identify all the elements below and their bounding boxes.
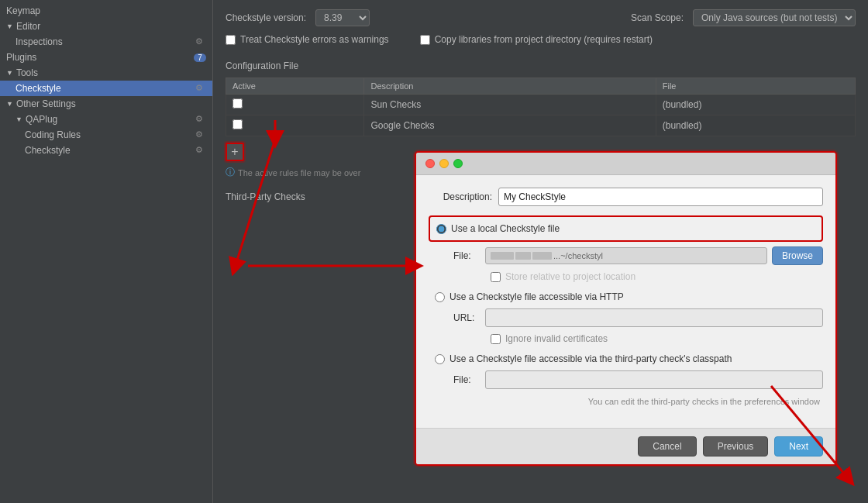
next-button[interactable]: Next: [774, 436, 823, 456]
info-icon: ⓘ: [226, 166, 235, 179]
version-scope-row: Checkstyle version: 8.39 Scan Scope: Onl…: [226, 9, 856, 26]
third-party-file-row: File:: [429, 370, 823, 389]
treat-errors-label: Treat Checkstyle errors as warnings: [240, 34, 389, 45]
url-label: URL:: [453, 312, 480, 323]
store-relative-label: Store relative to project location: [505, 271, 636, 282]
path-segment-3: [532, 252, 552, 260]
sidebar-item-editor[interactable]: ▼ Editor: [0, 19, 212, 34]
ignore-certs-row: Ignore invalid certificates: [429, 333, 823, 344]
table-row: Sun Checks (bundled): [226, 95, 856, 115]
local-file-radio[interactable]: [436, 224, 446, 234]
treat-errors-row: Treat Checkstyle errors as warnings: [226, 34, 389, 45]
scan-scope-select[interactable]: Only Java sources (but not tests): [693, 9, 856, 26]
plus-icon: +: [231, 145, 238, 159]
sidebar-item-checkstyle2[interactable]: Checkstyle ⚙: [0, 143, 212, 158]
http-label: Use a Checkstyle file accessible via HTT…: [450, 291, 624, 302]
version-select[interactable]: 8.39: [315, 9, 370, 26]
triangle-icon-qaplug: ▼: [16, 115, 22, 123]
close-button[interactable]: [425, 159, 435, 168]
path-segment-1: [491, 252, 514, 260]
file-path-row: File: ...~/checkstyl Browse: [429, 246, 823, 265]
table-row: Google Checks (bundled): [226, 115, 856, 136]
qaplug-gear-icon: ⚙: [195, 114, 206, 125]
ignore-certs-checkbox[interactable]: [491, 334, 501, 344]
main-settings-panel: Checkstyle version: 8.39 Scan Scope: Onl…: [213, 0, 868, 503]
triangle-icon-tools: ▼: [6, 69, 13, 77]
third-party-label: Use a Checkstyle file accessible via the…: [450, 353, 732, 364]
description-row: Description:: [429, 188, 823, 206]
checkstyle-gear-icon: ⚙: [195, 83, 206, 94]
sidebar-item-tools[interactable]: ▼ Tools: [0, 65, 212, 81]
local-file-label: Use a local Checkstyle file: [451, 223, 560, 234]
file-label: File:: [453, 250, 480, 261]
sidebar-item-checkstyle[interactable]: Checkstyle ⚙: [0, 81, 212, 96]
version-label: Checkstyle version:: [226, 12, 306, 23]
scan-scope-label: Scan Scope:: [631, 12, 684, 23]
plugins-badge: 7: [194, 53, 206, 62]
description-label: Description:: [429, 191, 498, 202]
path-segment-2: [515, 252, 531, 260]
third-party-radio[interactable]: [435, 354, 445, 364]
triangle-icon-other: ▼: [6, 100, 13, 108]
copy-libraries-row: Copy libraries from project directory (r…: [420, 34, 653, 45]
cancel-button[interactable]: Cancel: [638, 436, 696, 456]
row1-active-checkbox[interactable]: [232, 98, 243, 109]
row1-description: Sun Checks: [370, 99, 421, 110]
http-radio[interactable]: [435, 292, 445, 302]
copy-libraries-label: Copy libraries from project directory (r…: [435, 34, 653, 45]
col-description: Description: [364, 78, 656, 95]
third-party-file-label: File:: [453, 374, 480, 385]
store-relative-row: Store relative to project location: [429, 271, 823, 282]
sidebar-item-inspections[interactable]: Inspections ⚙: [0, 34, 212, 50]
minimize-button[interactable]: [439, 159, 449, 168]
config-table: Active Description File Sun Checks (bund…: [226, 78, 856, 136]
settings-sidebar: Keymap ▼ Editor Inspections ⚙ Plugins 7 …: [0, 0, 213, 503]
modal-footer: Cancel Previous Next: [416, 428, 835, 464]
modal-info-text: You can edit the third-party checks in t…: [429, 397, 823, 406]
treat-errors-checkbox[interactable]: [226, 35, 236, 45]
description-input[interactable]: [498, 188, 823, 206]
row2-description: Google Checks: [370, 120, 434, 131]
row2-active-checkbox[interactable]: [232, 119, 243, 129]
sidebar-item-coding-rules[interactable]: Coding Rules ⚙: [0, 127, 212, 143]
previous-button[interactable]: Previous: [703, 436, 769, 456]
sidebar-item-keymap[interactable]: Keymap: [0, 3, 212, 19]
third-party-file-input[interactable]: [485, 370, 823, 389]
copy-libraries-checkbox[interactable]: [420, 35, 430, 45]
sidebar-item-plugins[interactable]: Plugins 7: [0, 50, 212, 65]
http-radio-row: Use a Checkstyle file accessible via HTT…: [429, 291, 823, 302]
col-active: Active: [226, 78, 364, 95]
third-party-radio-row: Use a Checkstyle file accessible via the…: [429, 353, 823, 364]
add-config-modal: Description: Use a local Checkstyle file…: [415, 151, 837, 466]
coding-rules-gear-icon: ⚙: [195, 129, 206, 140]
row1-file: (bundled): [663, 99, 702, 110]
col-file: File: [656, 78, 855, 95]
radio-group: Use a local Checkstyle file File: ...~/c…: [429, 215, 823, 389]
triangle-icon: ▼: [6, 22, 13, 30]
file-path-display: ...~/checkstyl: [485, 247, 767, 264]
modal-body: Description: Use a local Checkstyle file…: [416, 175, 835, 428]
app-window: Keymap ▼ Editor Inspections ⚙ Plugins 7 …: [0, 0, 868, 503]
local-file-radio-row: Use a local Checkstyle file: [429, 215, 823, 242]
url-input[interactable]: [485, 308, 823, 327]
url-row: URL:: [429, 308, 823, 327]
modal-titlebar: [416, 153, 835, 175]
browse-button[interactable]: Browse: [772, 246, 823, 265]
gear-icon: ⚙: [195, 36, 206, 47]
sidebar-item-qaplug[interactable]: ▼ QAPlug ⚙: [0, 112, 212, 127]
path-text: ...~/checkstyl: [553, 251, 603, 260]
store-relative-checkbox[interactable]: [491, 272, 501, 282]
ignore-certs-label: Ignore invalid certificates: [505, 333, 608, 344]
config-file-title: Configuration File: [226, 60, 856, 71]
sidebar-item-other-settings[interactable]: ▼ Other Settings: [0, 96, 212, 112]
add-config-button[interactable]: +: [226, 143, 244, 161]
row2-file: (bundled): [663, 120, 702, 131]
maximize-button[interactable]: [453, 159, 463, 168]
checkstyle2-gear-icon: ⚙: [195, 145, 206, 156]
